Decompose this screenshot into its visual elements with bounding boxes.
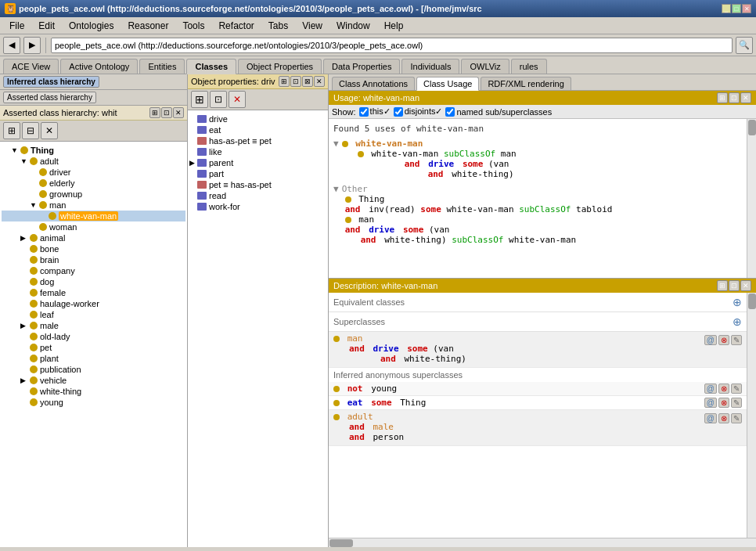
search-btn[interactable]: 🔍	[736, 37, 753, 54]
tree-item-young[interactable]: young	[2, 397, 185, 408]
desc-ctrl-2[interactable]: ⊡	[729, 280, 740, 291]
prop-has-as-pet[interactable]: has-as-pet ≡ pet	[189, 135, 326, 146]
obj-ctrl-1[interactable]: ⊞	[279, 76, 290, 87]
menu-tools[interactable]: Tools	[176, 19, 211, 33]
desc-hscroll-thumb[interactable]	[329, 539, 353, 547]
super-at-btn[interactable]: @	[704, 335, 717, 345]
inferred-hierarchy-tab[interactable]: Inferred class hierarchy	[3, 76, 99, 88]
menu-tabs[interactable]: Tabs	[262, 19, 294, 33]
tab-active-ontology[interactable]: Active Ontology	[60, 59, 138, 74]
superclass-btns[interactable]: @ ⊗ ✎	[704, 335, 742, 345]
expand-all-btn[interactable]: ⊞	[3, 122, 20, 139]
show-this-checkbox[interactable]	[359, 107, 369, 117]
show-disjoints-label[interactable]: disjoints✓	[394, 106, 443, 117]
tab-entities[interactable]: Entities	[139, 59, 185, 74]
et-del-btn[interactable]: ⊗	[718, 398, 729, 408]
super-del-btn[interactable]: ⊗	[718, 335, 729, 345]
usage-scrollbar[interactable]	[747, 119, 756, 278]
eat-thing-btns[interactable]: @ ⊗ ✎	[704, 398, 742, 408]
tree-item-pet[interactable]: pet	[2, 342, 185, 353]
asserted-ctrl-2[interactable]: ⊡	[161, 107, 172, 118]
close-btn[interactable]: ✕	[742, 4, 751, 13]
tree-item-dog[interactable]: dog	[2, 276, 185, 287]
menu-reasoner[interactable]: Reasoner	[121, 19, 175, 33]
tree-item-publication[interactable]: publication	[2, 364, 185, 375]
prop-part[interactable]: part	[189, 168, 326, 179]
usage-ctrl-2[interactable]: ⊡	[729, 92, 740, 103]
super-edit-btn[interactable]: ✎	[731, 335, 742, 345]
menu-ontologies[interactable]: Ontologies	[63, 19, 120, 33]
tree-item-haulage-worker[interactable]: haulage-worker	[2, 298, 185, 309]
not-young-btns[interactable]: @ ⊗ ✎	[704, 384, 742, 394]
tab-data-properties[interactable]: Data Properties	[323, 59, 400, 74]
tree-item-brain[interactable]: brain	[2, 254, 185, 265]
tab-class-annotations[interactable]: Class Annotations	[332, 77, 415, 90]
menu-file[interactable]: File	[3, 19, 31, 33]
desc-ctrl-3[interactable]: ✕	[740, 280, 751, 291]
menu-edit[interactable]: Edit	[32, 19, 61, 33]
tree-item-elderly[interactable]: elderly	[2, 178, 185, 189]
menu-help[interactable]: Help	[378, 19, 410, 33]
menu-view[interactable]: View	[296, 19, 329, 33]
tree-item-company[interactable]: company	[2, 265, 185, 276]
prop-work-for[interactable]: work-for	[189, 201, 326, 212]
tree-item-man[interactable]: ▼ man	[2, 200, 185, 211]
prop-read[interactable]: read	[189, 190, 326, 201]
asserted-hierarchy-tab[interactable]: Asserted class hierarchy	[3, 92, 96, 103]
tree-item-thing[interactable]: ▼ Thing	[2, 145, 185, 156]
prop-eat[interactable]: eat	[189, 124, 326, 135]
add-subprop-btn[interactable]: ⊡	[210, 91, 227, 108]
obj-ctrl-4[interactable]: ✕	[314, 76, 325, 87]
tab-rules[interactable]: rules	[511, 59, 547, 74]
show-named-checkbox[interactable]	[445, 107, 455, 117]
back-btn[interactable]: ◀	[3, 37, 20, 54]
prop-like[interactable]: like	[189, 146, 326, 157]
tree-item-adult[interactable]: ▼ adult	[2, 156, 185, 167]
tab-ace-view[interactable]: ACE View	[3, 59, 59, 74]
tab-rdf-xml[interactable]: RDF/XML rendering	[481, 77, 571, 90]
super-add-icon[interactable]: ⊕	[733, 315, 742, 328]
asserted-ctrl-3[interactable]: ✕	[173, 107, 184, 118]
ad-edit-btn[interactable]: ✎	[731, 413, 742, 423]
minimize-btn[interactable]: _	[722, 4, 731, 13]
obj-prop-controls[interactable]: ⊞ ⊡ ⊠ ✕	[279, 76, 325, 87]
tree-item-leaf[interactable]: leaf	[2, 309, 185, 320]
prop-parent[interactable]: ▶ parent	[189, 157, 326, 168]
tab-class-usage[interactable]: Class Usage	[416, 77, 479, 91]
tree-item-vehicle[interactable]: ▶ vehicle	[2, 375, 185, 386]
tree-item-white-van-man[interactable]: white-van-man	[2, 211, 185, 221]
prop-pet-equiv[interactable]: pet ≡ has-as-pet	[189, 179, 326, 190]
tree-item-plant[interactable]: plant	[2, 353, 185, 364]
collapse-all-btn[interactable]: ⊟	[22, 122, 39, 139]
desc-ctrl-1[interactable]: ⊞	[717, 280, 728, 291]
show-this-label[interactable]: this✓	[359, 106, 391, 117]
super-add-btn-wrapper[interactable]: ⊕	[733, 315, 742, 328]
ad-at-btn[interactable]: @	[704, 413, 717, 423]
refresh-btn[interactable]: ✕	[41, 122, 58, 139]
desc-hscrollbar[interactable]	[329, 538, 756, 547]
ny-at-btn[interactable]: @	[704, 384, 717, 394]
expand-wvm[interactable]: ▼	[333, 139, 339, 149]
usage-scroll-thumb[interactable]	[748, 120, 756, 135]
maximize-btn[interactable]: □	[732, 4, 741, 13]
class-tree[interactable]: ▼ Thing ▼ adult driver	[0, 142, 187, 547]
tree-item-white-thing[interactable]: white-thing	[2, 386, 185, 397]
ny-del-btn[interactable]: ⊗	[718, 384, 729, 394]
ad-del-btn[interactable]: ⊗	[718, 413, 729, 423]
usage-controls[interactable]: ⊞ ⊡ ✕	[717, 92, 751, 103]
tab-owlviz[interactable]: OWLViz	[461, 59, 509, 74]
show-disjoints-checkbox[interactable]	[394, 107, 403, 117]
equiv-add-icon[interactable]: ⊕	[733, 296, 742, 308]
tree-item-grownup[interactable]: grownup	[2, 189, 185, 200]
tree-item-male[interactable]: ▶ male	[2, 320, 185, 331]
tree-item-animal[interactable]: ▶ animal	[2, 232, 185, 243]
obj-prop-tree[interactable]: drive eat has-as-pet ≡ pet like	[188, 110, 328, 547]
desc-controls[interactable]: ⊞ ⊡ ✕	[717, 280, 751, 291]
et-edit-btn[interactable]: ✎	[731, 398, 742, 408]
add-prop-btn[interactable]: ⊞	[191, 91, 208, 108]
asserted-controls[interactable]: ⊞ ⊡ ✕	[149, 107, 184, 118]
tree-item-bone[interactable]: bone	[2, 243, 185, 254]
tree-item-driver[interactable]: driver	[2, 167, 185, 178]
expand-other[interactable]: ▼	[333, 184, 339, 194]
et-at-btn[interactable]: @	[704, 398, 717, 408]
